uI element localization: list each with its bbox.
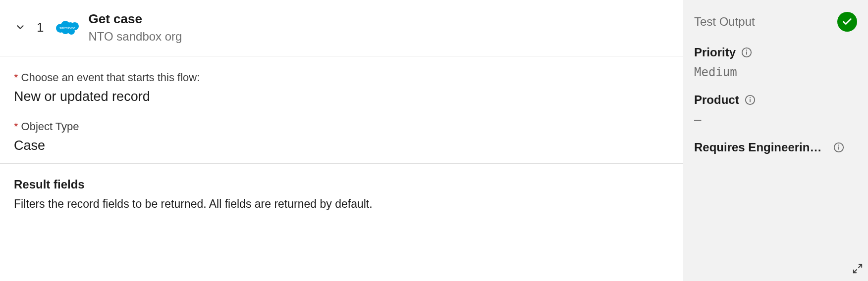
step-number: 1 — [37, 20, 44, 35]
svg-line-16 — [859, 265, 862, 268]
success-check-icon — [837, 12, 857, 32]
chevron-down-icon[interactable] — [15, 22, 26, 33]
step-title: Get case — [88, 11, 182, 28]
svg-line-17 — [854, 270, 857, 273]
expand-icon[interactable] — [852, 263, 863, 276]
event-trigger-field[interactable]: *Choose an event that starts this flow: … — [14, 71, 669, 104]
test-output-header: Test Output — [694, 12, 857, 32]
object-type-field[interactable]: *Object Type Case — [14, 120, 669, 153]
main-config-panel: 1 salesforce Get case NTO sandbox o — [0, 0, 683, 281]
config-section: *Choose an event that starts this flow: … — [0, 56, 683, 164]
object-type-label: *Object Type — [14, 120, 669, 133]
output-field-priority: Priority Medium — [694, 46, 857, 79]
step-subtitle: NTO sandbox org — [88, 29, 182, 44]
event-trigger-label: *Choose an event that starts this flow: — [14, 71, 669, 84]
step-title-block: Get case NTO sandbox org — [88, 11, 182, 44]
info-icon[interactable] — [744, 94, 756, 106]
info-icon[interactable] — [741, 47, 753, 58]
event-trigger-value: New or updated record — [14, 89, 669, 104]
step-header: 1 salesforce Get case NTO sandbox o — [0, 0, 683, 56]
output-field-value: – — [694, 113, 857, 127]
output-field-product: Product – — [694, 93, 857, 127]
output-field-value: Medium — [694, 65, 857, 79]
output-field-label: Requires Engineering A... — [694, 140, 828, 154]
output-field-requires-engineering: Requires Engineering A... — [694, 140, 857, 154]
test-output-panel: Test Output Priority Medium Product – — [683, 0, 868, 281]
output-field-label: Product — [694, 93, 739, 107]
result-fields-section: Result fields Filters the record fields … — [0, 164, 683, 211]
result-fields-description: Filters the record fields to be returned… — [14, 197, 669, 211]
test-output-label: Test Output — [694, 15, 755, 29]
output-field-label: Priority — [694, 46, 736, 59]
salesforce-cloud-icon: salesforce — [54, 18, 80, 36]
info-icon[interactable] — [833, 141, 845, 153]
svg-point-12 — [750, 97, 751, 98]
svg-point-9 — [746, 49, 747, 50]
svg-point-15 — [838, 144, 839, 145]
result-fields-heading: Result fields — [14, 178, 669, 191]
object-type-value: Case — [14, 138, 669, 153]
svg-text:salesforce: salesforce — [60, 26, 76, 30]
